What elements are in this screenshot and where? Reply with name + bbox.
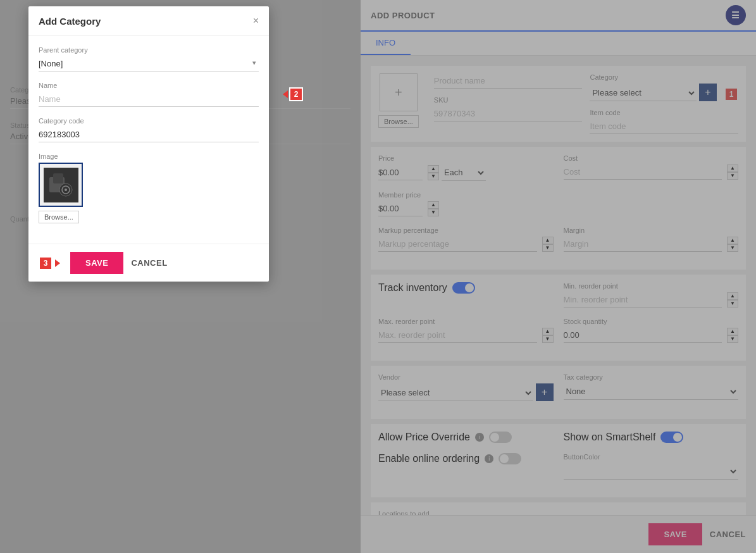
svg-point-4: [65, 189, 67, 191]
annotation-2-box: 2: [289, 87, 303, 101]
category-icon-svg: [48, 172, 73, 197]
name-label: Name: [39, 82, 259, 89]
modal-title: Add Category: [39, 16, 101, 27]
annotation-3-box: 3: [39, 256, 53, 270]
annotation-2-arrow-left: [283, 90, 288, 98]
annotation-3-arrow: [55, 259, 60, 267]
image-inner: [44, 168, 78, 202]
category-code-field: Category code: [39, 117, 259, 142]
modal-browse-button[interactable]: Browse...: [39, 211, 79, 223]
parent-category-select-wrap: [None]: [39, 56, 259, 71]
svg-rect-1: [53, 173, 63, 183]
modal-cancel-button[interactable]: CANCEL: [131, 258, 167, 268]
modal-save-button[interactable]: SAVE: [70, 252, 123, 274]
modal-header: Add Category ×: [28, 6, 269, 36]
modal-image-section: Image Browse...: [39, 152, 259, 223]
image-label: Image: [39, 152, 259, 160]
image-preview: [39, 163, 83, 207]
category-code-label: Category code: [39, 117, 259, 125]
modal-footer: 3 SAVE CANCEL: [28, 244, 269, 282]
parent-category-select[interactable]: [None]: [39, 56, 259, 71]
name-field: Name 2: [39, 82, 259, 107]
parent-category-field: Parent category [None]: [39, 46, 259, 71]
category-code-input[interactable]: [39, 127, 259, 142]
add-category-modal: Add Category × Parent category [None] Na…: [28, 6, 269, 282]
modal-close-button[interactable]: ×: [253, 15, 259, 27]
name-input[interactable]: [39, 92, 259, 107]
modal-body: Parent category [None] Name 2 Category c…: [28, 36, 269, 244]
parent-category-label: Parent category: [39, 46, 259, 54]
